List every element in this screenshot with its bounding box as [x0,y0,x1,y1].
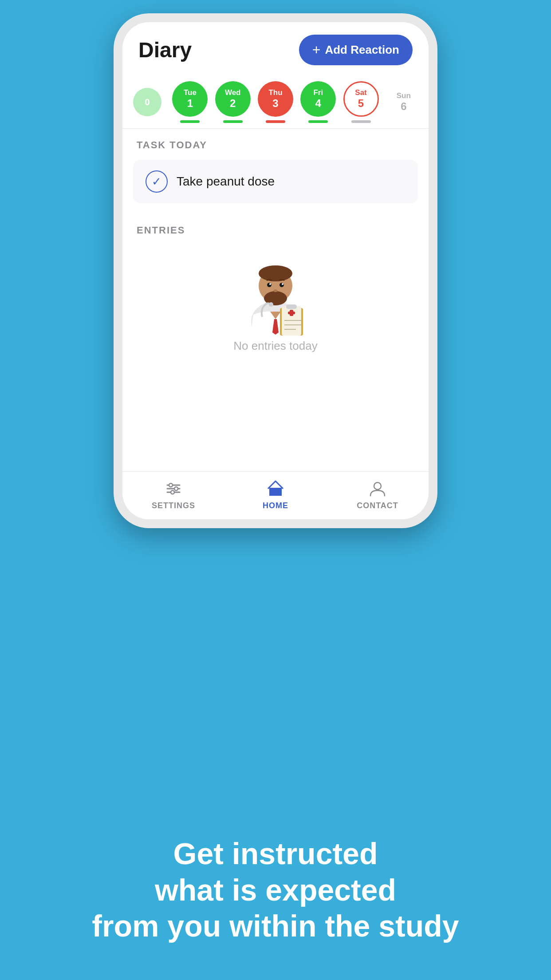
promo-line2: what is expected [27,872,524,909]
promo-text-container: Get instructed what is expected from you… [0,836,551,944]
add-reaction-label: Add Reaction [325,43,399,57]
day-indicator-wed [223,120,243,123]
svg-rect-24 [273,491,278,496]
day-item-sat[interactable]: Sat 5 [340,81,381,128]
day-item-mon[interactable]: 0 [127,88,168,122]
plus-icon: + [312,42,321,58]
settings-icon [164,479,183,498]
day-circle-sun[interactable]: Sun 6 [386,84,421,120]
day-item-fri[interactable]: Fri 4 [298,81,338,128]
nav-settings-label: SETTINGS [152,501,195,510]
day-indicator-sat [351,120,371,123]
day-indicator-tue [180,120,200,123]
phone-frame: Diary + Add Reaction 0 Tue [114,13,437,528]
home-icon [266,479,285,498]
day-circle-tue[interactable]: Tue 1 [172,81,208,117]
entries-section: ENTRIES [122,210,429,374]
bottom-nav: SETTINGS HOME [122,471,429,519]
entries-section-label: ENTRIES [122,214,429,241]
day-circle-wed[interactable]: Wed 2 [215,81,251,117]
svg-point-22 [174,487,178,490]
svg-point-23 [171,490,174,494]
svg-point-2 [259,265,292,281]
task-section: TASK TODAY ✓ Take peanut dose [122,129,429,203]
task-checkbox[interactable]: ✓ [146,170,168,193]
svg-rect-12 [286,304,297,309]
day-item-sun[interactable]: Sun 6 [383,84,424,125]
empty-state: No entries today [122,241,429,371]
day-circle-fri[interactable]: Fri 4 [300,81,336,117]
contact-icon [368,479,387,498]
day-item-wed[interactable]: Wed 2 [213,81,253,128]
task-text: Take peanut dose [177,174,275,189]
svg-point-6 [269,283,271,285]
nav-home-label: HOME [263,501,288,510]
main-content: TASK TODAY ✓ Take peanut dose ENTRIES [122,129,429,471]
svg-point-4 [267,283,272,287]
nav-settings[interactable]: SETTINGS [122,479,224,510]
no-entries-text: No entries today [233,339,317,353]
promo-line3: from you within the study [27,908,524,944]
task-section-label: TASK TODAY [122,129,429,156]
phone-screen: Diary + Add Reaction 0 Tue [122,22,429,519]
svg-point-25 [374,482,381,490]
day-indicator-thu [266,120,285,123]
day-circle-sat[interactable]: Sat 5 [343,81,379,117]
app-title: Diary [138,38,192,62]
svg-point-21 [169,483,173,487]
add-reaction-button[interactable]: + Add Reaction [299,35,413,65]
day-indicator-fri [308,120,328,123]
day-item-tue[interactable]: Tue 1 [169,81,210,128]
nav-contact[interactable]: CONTACT [327,479,429,510]
svg-point-5 [279,283,284,287]
doctor-illustration [236,250,315,339]
day-item-thu[interactable]: Thu 3 [255,81,296,128]
day-circle-thu[interactable]: Thu 3 [258,81,293,117]
day-circle-mon[interactable]: 0 [133,88,161,116]
app-screen: Diary + Add Reaction 0 Tue [122,22,429,519]
promo-line1: Get instructed [27,836,524,872]
nav-contact-label: CONTACT [357,501,398,510]
top-bar: Diary + Add Reaction [122,22,429,72]
svg-point-8 [273,289,278,292]
svg-point-9 [269,302,273,307]
task-card[interactable]: ✓ Take peanut dose [133,160,418,203]
svg-rect-14 [290,310,293,316]
day-selector: 0 Tue 1 Wed 2 [122,72,429,129]
nav-home[interactable]: HOME [224,479,327,510]
svg-point-7 [282,283,283,285]
check-icon: ✓ [152,175,161,189]
